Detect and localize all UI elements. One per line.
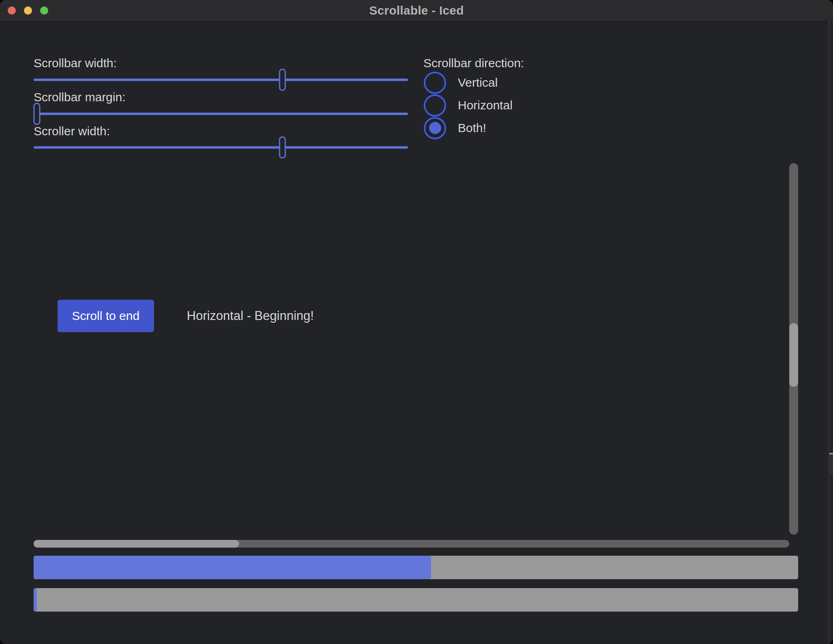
- scrollbar-margin-label: Scrollbar margin:: [34, 90, 126, 104]
- progress-fill: [34, 588, 37, 612]
- radio-option-label: Vertical: [458, 76, 498, 90]
- zoom-button[interactable]: [40, 6, 48, 15]
- slider-handle[interactable]: [279, 69, 286, 91]
- window-edge-divider: [829, 21, 829, 644]
- radio-option-vertical[interactable]: Vertical: [424, 71, 498, 94]
- horizontal-scrollbar-thumb[interactable]: [34, 540, 239, 548]
- titlebar: Scrollable - Iced: [0, 0, 833, 21]
- scroll-status-text: Horizontal - Beginning!: [187, 309, 314, 323]
- scroller-width-label: Scroller width:: [34, 124, 110, 139]
- app-window: Scrollable - Iced Scrollbar width: Scrol…: [0, 0, 833, 644]
- horizontal-offset-progressbar: [34, 556, 798, 579]
- edge-scroll-notch-shade: [829, 454, 833, 475]
- scroll-to-end-button[interactable]: Scroll to end: [58, 300, 154, 332]
- scrollbar-width-slider[interactable]: [34, 79, 408, 81]
- radio-option-label: Both!: [458, 121, 486, 135]
- scrollbar-width-label: Scrollbar width:: [34, 56, 117, 70]
- window-right-gutter: [829, 21, 833, 644]
- scroller-width-slider[interactable]: [34, 146, 408, 149]
- scrollbar-margin-slider[interactable]: [34, 113, 408, 115]
- vertical-offset-progressbar: [34, 588, 798, 612]
- slider-handle[interactable]: [279, 136, 286, 159]
- vertical-scrollbar-track[interactable]: [789, 163, 798, 535]
- radio-option-label: Horizontal: [458, 98, 513, 112]
- progress-fill: [34, 556, 431, 579]
- vertical-scrollbar-thumb[interactable]: [789, 323, 798, 387]
- radio-icon[interactable]: [424, 117, 446, 139]
- horizontal-scrollbar-track[interactable]: [34, 540, 789, 548]
- minimize-button[interactable]: [24, 6, 32, 15]
- slider-handle[interactable]: [34, 103, 41, 125]
- scrollbar-direction-label: Scrollbar direction:: [423, 56, 524, 70]
- traffic-lights: [8, 6, 48, 15]
- radio-option-horizontal[interactable]: Horizontal: [424, 94, 513, 117]
- window-title: Scrollable - Iced: [369, 4, 463, 17]
- radio-option-both[interactable]: Both!: [424, 117, 486, 139]
- close-button[interactable]: [8, 6, 16, 15]
- radio-dot-icon: [429, 122, 441, 134]
- radio-icon[interactable]: [424, 72, 446, 94]
- radio-icon[interactable]: [424, 94, 446, 117]
